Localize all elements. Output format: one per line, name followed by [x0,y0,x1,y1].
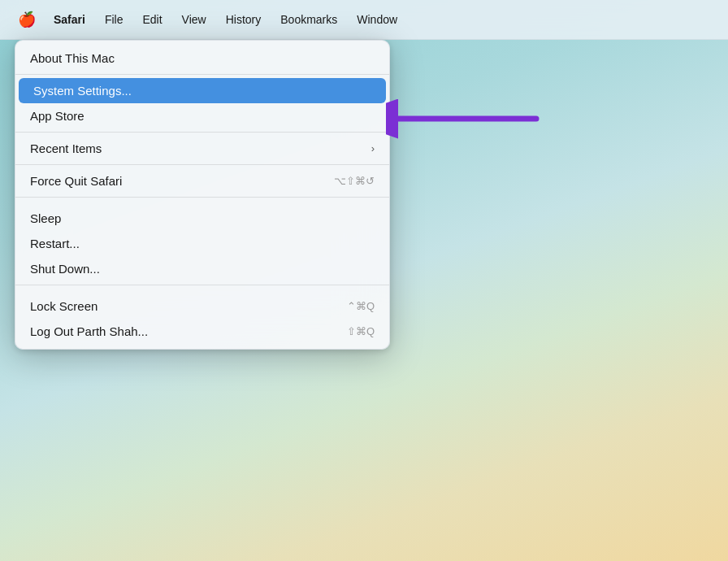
shut-down-item[interactable]: Shut Down... [15,256,389,281]
lock-screen-item[interactable]: Lock Screen ⌃⌘Q [15,294,389,319]
log-out-shortcut: ⇧⌘Q [347,325,375,337]
separator-2 [15,132,389,133]
separator-1 [15,74,389,75]
safari-menu-item[interactable]: Safari [44,10,95,29]
sleep-item[interactable]: Sleep [15,206,389,231]
separator-3 [15,164,389,165]
bookmarks-menu-item[interactable]: Bookmarks [271,10,347,29]
force-quit-item[interactable]: Force Quit Safari ⌥⇧⌘↺ [15,168,389,194]
file-menu-item[interactable]: File [95,10,133,29]
system-settings-item[interactable]: System Settings... [19,78,386,103]
history-menu-item[interactable]: History [216,10,271,29]
separator-5 [15,285,389,285]
log-out-label: Log Out Parth Shah... [30,324,148,338]
app-store-label: App Store [30,109,84,123]
recent-items-chevron: › [371,142,375,154]
sleep-label: Sleep [30,211,61,225]
lock-screen-label: Lock Screen [30,299,98,313]
menubar: 🍎 Safari File Edit View History Bookmark… [0,0,728,40]
restart-label: Restart... [30,237,80,250]
view-menu-item[interactable]: View [172,10,216,29]
apple-menu-item[interactable]: 🍎 [10,7,44,32]
edit-menu-item[interactable]: Edit [132,10,171,29]
recent-items-item[interactable]: Recent Items › [15,136,389,161]
about-this-mac-item[interactable]: About This Mac [15,46,389,71]
window-menu-item[interactable]: Window [347,10,407,29]
restart-item[interactable]: Restart... [15,231,389,256]
shut-down-label: Shut Down... [30,262,100,276]
recent-items-label: Recent Items [30,141,102,155]
log-out-item[interactable]: Log Out Parth Shah... ⇧⌘Q [15,319,389,344]
lock-screen-shortcut: ⌃⌘Q [347,300,375,312]
about-this-mac-label: About This Mac [30,51,115,65]
app-store-item[interactable]: App Store [15,103,389,128]
apple-dropdown-menu: About This Mac System Settings... App St… [15,40,390,350]
force-quit-label: Force Quit Safari [30,174,122,188]
separator-4 [15,197,389,198]
system-settings-label: System Settings... [33,84,132,98]
force-quit-shortcut: ⌥⇧⌘↺ [334,175,375,187]
